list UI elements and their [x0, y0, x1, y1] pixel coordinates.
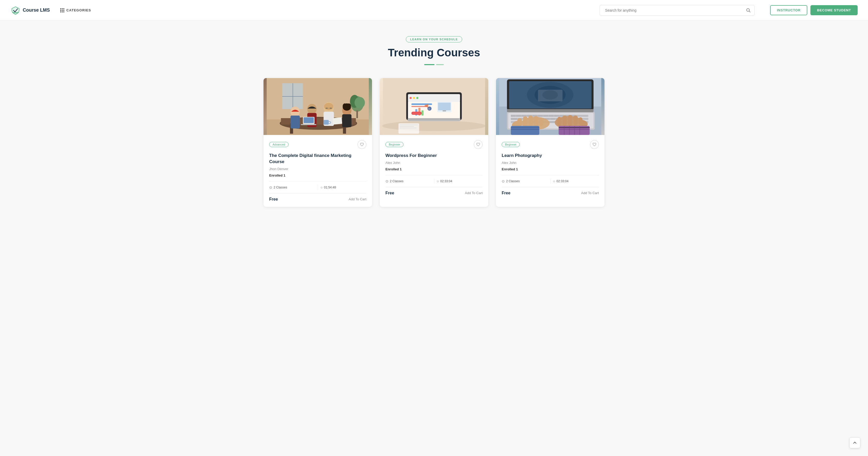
svg-rect-114: [574, 126, 575, 135]
stat-classes-1: ⊙ 2 Classes: [269, 186, 315, 190]
svg-rect-28: [342, 114, 351, 127]
svg-point-19: [324, 103, 334, 110]
course-card-2: f: [380, 78, 488, 207]
clock-icon-3: ○: [553, 179, 555, 183]
svg-rect-118: [511, 129, 539, 130]
play-icon-2: ⊙: [385, 179, 389, 183]
svg-rect-100: [539, 118, 543, 126]
header-buttons: INSTRUCTOR BECOME STUDENT: [770, 5, 858, 15]
classes-count-2: 2 Classes: [390, 179, 404, 183]
play-icon-1: ⊙: [269, 186, 272, 190]
card-title-1: The Complete Digital finance Marketing C…: [269, 152, 366, 165]
meeting-illustration: [264, 78, 372, 135]
wishlist-button-1[interactable]: [358, 140, 366, 149]
svg-rect-124: [538, 90, 563, 101]
card-title-3: Learn Photography: [502, 152, 599, 159]
level-badge-2: Beginner: [385, 142, 404, 147]
search-icon: [746, 8, 751, 13]
svg-rect-79: [554, 115, 559, 117]
svg-point-16: [307, 104, 317, 114]
course-card-3: Beginner Learn Photography Alex John Enr…: [496, 78, 604, 207]
add-to-cart-button-1[interactable]: Add To Cart: [349, 197, 366, 201]
svg-rect-9: [356, 110, 358, 118]
divider-bar-green: [424, 64, 435, 65]
svg-rect-52: [422, 110, 424, 116]
clock-icon-2: ○: [437, 179, 439, 183]
svg-point-27: [347, 104, 351, 109]
section-title: Trending Courses: [264, 47, 604, 59]
card-enrolled-1: Enrolled 1: [269, 173, 366, 177]
heart-icon-3: [592, 142, 596, 147]
course-card-1: Advanced The Complete Digital finance Ma…: [264, 78, 372, 207]
stat-divider-2: [434, 179, 434, 184]
course-image-2: f: [380, 78, 488, 135]
svg-rect-117: [511, 127, 539, 128]
classes-count-3: 2 Classes: [506, 179, 520, 183]
card-meta-3: Beginner: [502, 140, 599, 149]
card-stats-1: ⊙ 2 Classes ○ 01:54:48: [269, 181, 366, 193]
main-content: LEARN ON YOUR SCHEDULE Trending Courses: [253, 21, 615, 222]
svg-point-42: [413, 97, 415, 99]
stat-classes-3: ⊙ 2 Classes: [502, 179, 548, 183]
stat-classes-2: ⊙ 2 Classes: [385, 179, 431, 183]
card-meta-2: Beginner: [385, 140, 483, 149]
svg-rect-125: [507, 109, 594, 112]
svg-rect-72: [517, 115, 521, 117]
section-header: LEARN ON YOUR SCHEDULE Trending Courses: [264, 36, 604, 65]
stat-duration-2: ○ 02:33:04: [437, 179, 483, 183]
svg-rect-112: [564, 126, 565, 135]
svg-rect-77: [544, 115, 548, 117]
svg-rect-113: [569, 126, 570, 135]
play-icon-3: ⊙: [502, 179, 505, 183]
card-body-1: Advanced The Complete Digital finance Ma…: [264, 135, 372, 207]
svg-rect-62: [400, 126, 414, 127]
search-input[interactable]: [599, 5, 754, 16]
course-image-1: [264, 78, 372, 135]
price-3: Free: [502, 191, 510, 195]
svg-rect-98: [529, 116, 533, 126]
svg-rect-115: [580, 126, 580, 135]
duration-3: 02:33:04: [556, 179, 568, 183]
stat-duration-1: ○ 01:54:48: [320, 186, 367, 190]
categories-button[interactable]: CATEGORIES: [60, 8, 91, 12]
courses-grid: Advanced The Complete Digital finance Ma…: [264, 78, 604, 207]
digital-marketing-illustration: f: [380, 78, 488, 135]
svg-rect-71: [511, 115, 516, 117]
svg-rect-48: [438, 103, 451, 110]
add-to-cart-button-3[interactable]: Add To Cart: [581, 191, 599, 195]
svg-rect-40: [408, 94, 460, 102]
svg-point-43: [416, 97, 418, 99]
card-author-3: Alex John: [502, 161, 599, 165]
card-enrolled-2: Enrolled 1: [385, 167, 483, 171]
search-bar: [599, 5, 754, 16]
instructor-button[interactable]: INSTRUCTOR: [770, 5, 807, 15]
logo-icon: [10, 5, 21, 16]
grid-icon: [60, 8, 64, 12]
svg-rect-103: [557, 117, 562, 126]
divider-bar-light: [436, 64, 444, 65]
card-footer-2: Free Add To Cart: [385, 191, 483, 195]
svg-rect-22: [328, 108, 330, 108]
svg-point-26: [343, 104, 347, 109]
level-badge-1: Advanced: [269, 142, 288, 147]
card-body-3: Beginner Learn Photography Alex John Enr…: [496, 135, 604, 201]
svg-rect-76: [538, 115, 543, 117]
wishlist-button-2[interactable]: [474, 140, 483, 149]
course-image-3: [496, 78, 604, 135]
become-student-button[interactable]: BECOME STUDENT: [810, 5, 858, 15]
svg-rect-78: [549, 115, 554, 117]
wishlist-button-3[interactable]: [590, 140, 599, 149]
svg-point-55: [425, 105, 427, 107]
svg-rect-15: [291, 116, 300, 129]
svg-rect-99: [534, 116, 538, 126]
laptop-hands-illustration: [496, 78, 604, 135]
svg-text:f: f: [429, 108, 430, 110]
duration-2: 02:33:04: [440, 179, 452, 183]
svg-rect-61: [400, 124, 418, 125]
add-to-cart-button-2[interactable]: Add To Cart: [465, 191, 483, 195]
search-button[interactable]: [742, 5, 754, 16]
card-meta-1: Advanced: [269, 140, 366, 149]
logo-link[interactable]: Course LMS: [10, 5, 50, 16]
card-title-2: Wordpress For Beginner: [385, 152, 483, 159]
card-author-2: Alex John: [385, 161, 483, 165]
